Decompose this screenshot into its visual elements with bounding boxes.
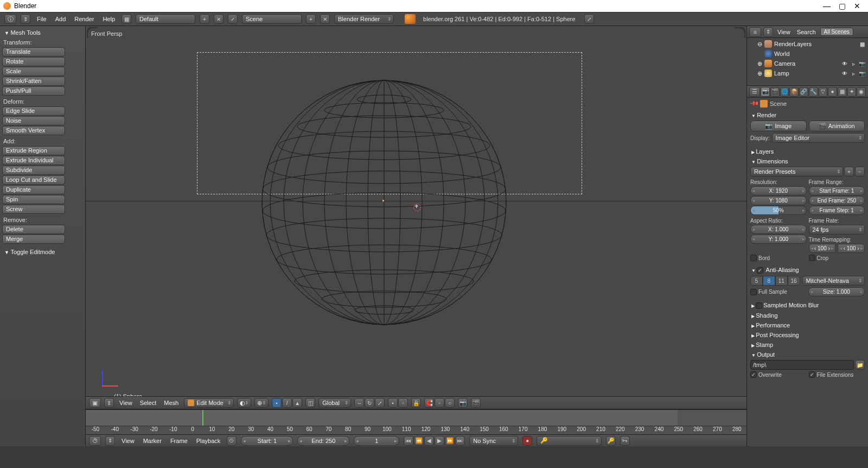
- 3dview-menu-view[interactable]: View: [117, 399, 135, 407]
- full-sample-checkbox[interactable]: Full Sample: [750, 287, 806, 296]
- fps-dropdown[interactable]: 24 fps: [809, 225, 865, 235]
- tree-item-renderlayers[interactable]: ⊖ RenderLayers ▦: [749, 39, 866, 49]
- tree-item-lamp[interactable]: ⊕ Lamp 👁▹📷: [749, 68, 866, 78]
- preset-remove-button[interactable]: −: [855, 167, 865, 176]
- screw-button[interactable]: Screw: [2, 205, 65, 214]
- outliner-menu-search[interactable]: Search: [795, 28, 818, 36]
- aa-filter-dropdown[interactable]: Mitchell-Netrava: [802, 276, 865, 286]
- pivot-dropdown[interactable]: ⊕: [254, 398, 269, 408]
- output-browse-button[interactable]: 📁: [855, 360, 865, 370]
- properties-editor-type-icon[interactable]: ☰: [749, 87, 760, 97]
- render-engine-dropdown[interactable]: Blender Render: [334, 14, 394, 24]
- keying-set-dropdown[interactable]: 🔑: [537, 436, 602, 446]
- render-image-button[interactable]: 📷 Image: [750, 121, 807, 131]
- merge-button[interactable]: Merge: [2, 235, 65, 244]
- screen-layout-field[interactable]: Default: [136, 14, 195, 24]
- menu-render[interactable]: Render: [72, 15, 96, 23]
- auto-keyframe-toggle[interactable]: ●: [522, 436, 532, 446]
- face-select-mode[interactable]: ▲: [292, 398, 302, 408]
- delete-button[interactable]: Delete: [2, 225, 65, 234]
- snap-element[interactable]: ▫: [435, 398, 444, 408]
- end-frame-field[interactable]: End: 250: [297, 436, 349, 446]
- lock-camera-toggle[interactable]: 🔒: [411, 398, 421, 408]
- opengl-render-anim[interactable]: 🎬: [471, 398, 481, 408]
- 3dview-menu-select[interactable]: Select: [138, 399, 159, 407]
- push-pull-button[interactable]: Push/Pull: [2, 86, 65, 96]
- delete-keyframe-button[interactable]: 🗝: [620, 436, 630, 446]
- shrink-fatten-button[interactable]: Shrink/Fatten: [2, 77, 65, 86]
- jump-start-button[interactable]: ⏮: [404, 436, 413, 446]
- preset-add-button[interactable]: +: [844, 167, 854, 176]
- keyframe-next-button[interactable]: ⏩: [445, 436, 455, 446]
- insert-keyframe-button[interactable]: 🔑: [606, 436, 616, 446]
- back-to-previous-button[interactable]: ⤢: [584, 14, 594, 24]
- aa-16[interactable]: 16: [788, 276, 800, 286]
- display-dropdown[interactable]: Image Editor: [772, 133, 865, 143]
- timeline-ruler[interactable]: -50-40-30-20-100102030405060708090100110…: [86, 426, 746, 434]
- aspect-y-field[interactable]: Y: 1.000: [750, 235, 807, 244]
- resolution-y-field[interactable]: Y: 1080: [750, 196, 807, 205]
- aa-11[interactable]: 11: [775, 276, 788, 286]
- world-tab-icon[interactable]: 🌐: [780, 87, 789, 97]
- outliner-menu-toggle[interactable]: ⇕: [763, 27, 773, 37]
- scene-name-field[interactable]: Scene: [242, 14, 302, 24]
- loop-cut-button[interactable]: Loop Cut and Slide: [2, 175, 65, 185]
- play-reverse-button[interactable]: ◀: [424, 436, 434, 446]
- tree-item-world[interactable]: World: [749, 49, 866, 59]
- pin-icon[interactable]: 📌: [749, 98, 760, 109]
- shading-panel-header[interactable]: Shading: [749, 311, 866, 320]
- output-panel-header[interactable]: Output: [749, 350, 866, 359]
- extrude-individual-button[interactable]: Extrude Individual: [2, 156, 65, 165]
- resolution-percentage-slider[interactable]: 50%: [750, 206, 807, 215]
- menu-help[interactable]: Help: [100, 15, 117, 23]
- end-frame-prop-field[interactable]: End Frame: 250: [809, 196, 865, 205]
- outliner-editor-type-icon[interactable]: ≡: [749, 27, 761, 37]
- remap-old-field[interactable]: ‹ 100 ›: [809, 244, 836, 253]
- noise-button[interactable]: Noise: [2, 116, 65, 125]
- timeline-editor-type-icon[interactable]: ⏱: [89, 436, 101, 446]
- crop-checkbox[interactable]: Crop: [809, 255, 865, 261]
- close-button[interactable]: ✕: [850, 2, 865, 10]
- remap-new-field[interactable]: ‹ 100 ›: [838, 244, 865, 253]
- timeline-menu-playback[interactable]: Playback: [194, 437, 223, 445]
- keyframe-prev-button[interactable]: ⏪: [414, 436, 424, 446]
- output-path-field[interactable]: /tmp\: [750, 360, 854, 370]
- screen-delete-button[interactable]: ✕: [214, 14, 224, 24]
- menu-file[interactable]: File: [35, 15, 49, 23]
- scene-add-button[interactable]: +: [306, 14, 316, 24]
- aa-size-field[interactable]: Size: 1.000: [808, 287, 865, 296]
- resolution-x-field[interactable]: X: 1920: [750, 186, 807, 195]
- outliner-display-mode[interactable]: All Scenes: [820, 28, 853, 36]
- texture-tab-icon[interactable]: ▦: [838, 87, 847, 97]
- area-corner-tr[interactable]: [735, 27, 745, 38]
- rotate-button[interactable]: Rotate: [2, 57, 65, 66]
- edge-select-mode[interactable]: /: [282, 398, 292, 408]
- manipulator-scale[interactable]: ⤢: [375, 398, 385, 408]
- tree-item-camera[interactable]: ⊕ Camera 👁▹📷: [749, 59, 866, 68]
- play-button[interactable]: ▶: [435, 436, 444, 446]
- layer-buttons[interactable]: ▪▫: [388, 398, 408, 408]
- edge-slide-button[interactable]: Edge Slide: [2, 106, 65, 116]
- particles-tab-icon[interactable]: ✦: [847, 87, 857, 97]
- object-tab-icon[interactable]: 📦: [789, 87, 799, 97]
- spin-button[interactable]: Spin: [2, 195, 65, 204]
- jump-end-button[interactable]: ⏭: [455, 436, 465, 446]
- outliner-tree[interactable]: ⊖ RenderLayers ▦ World ⊕ Camera 👁▹📷 ⊕ La…: [747, 38, 868, 79]
- render-animation-button[interactable]: 🎬 Animation: [809, 121, 865, 131]
- scale-button[interactable]: Scale: [2, 67, 65, 76]
- layers-panel-header[interactable]: Layers: [749, 147, 866, 156]
- snap-target[interactable]: ○: [445, 398, 455, 408]
- 3dview-menu-toggle[interactable]: ⇕: [104, 398, 114, 408]
- aa-panel-header[interactable]: ✓ Anti-Aliasing: [749, 265, 866, 275]
- scene-browse-icon[interactable]: ✓: [228, 14, 238, 24]
- scene-delete-button[interactable]: ✕: [320, 14, 330, 24]
- file-extensions-checkbox[interactable]: ✓File Extensions: [809, 371, 865, 378]
- mode-dropdown[interactable]: Edit Mode: [184, 398, 234, 408]
- toggle-editmode-header[interactable]: Toggle Editmode: [2, 248, 81, 256]
- orientation-dropdown[interactable]: Global: [318, 398, 351, 408]
- editor-type-icon[interactable]: ⓘ: [4, 14, 16, 24]
- use-preview-range-toggle[interactable]: ⏲: [227, 436, 237, 446]
- render-tab-icon[interactable]: 📷: [761, 87, 770, 97]
- menu-add[interactable]: Add: [53, 15, 68, 23]
- timeline-menu-toggle[interactable]: ⇕: [105, 436, 115, 446]
